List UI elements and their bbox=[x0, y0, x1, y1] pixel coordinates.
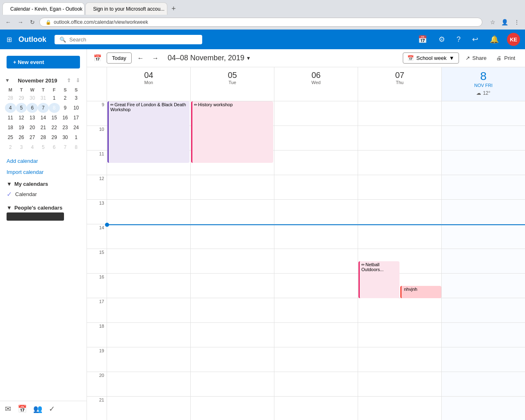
tab-1[interactable]: Calendar - Kevin, Egan - Outlook ✕ bbox=[2, 2, 84, 15]
new-tab-button[interactable]: + bbox=[168, 2, 179, 15]
day-cell-2-15[interactable] bbox=[274, 249, 358, 274]
mini-cal-day[interactable]: 17 bbox=[71, 113, 82, 123]
settings-nav-icon[interactable]: ⚙ bbox=[435, 33, 448, 46]
day-cell-3-9[interactable] bbox=[358, 101, 441, 126]
day-cell-1-15[interactable] bbox=[190, 249, 274, 274]
mini-cal-day[interactable]: 27 bbox=[27, 132, 38, 142]
user-avatar[interactable]: KE bbox=[507, 33, 520, 46]
mini-cal-day[interactable]: 5 bbox=[38, 142, 49, 152]
day-cell-0-19[interactable] bbox=[107, 347, 190, 372]
day-cell-2-10[interactable] bbox=[274, 126, 358, 151]
day-cell-0-14[interactable] bbox=[107, 224, 190, 249]
mini-cal-day[interactable]: 20 bbox=[27, 123, 38, 132]
tasks-icon[interactable]: ✓ bbox=[49, 404, 55, 413]
day-cell-0-18[interactable] bbox=[107, 323, 190, 347]
share-button[interactable]: ↗ Share bbox=[462, 53, 490, 63]
day-cell-4-19[interactable] bbox=[441, 347, 525, 372]
mini-cal-day[interactable]: 19 bbox=[16, 123, 27, 132]
mini-cal-day[interactable]: 8 bbox=[71, 142, 82, 152]
search-box[interactable]: 🔍 bbox=[55, 35, 202, 44]
day-cell-2-13[interactable] bbox=[274, 200, 358, 224]
mini-cal-day[interactable]: 7 bbox=[38, 103, 49, 113]
mini-cal-day[interactable]: 28 bbox=[38, 132, 49, 142]
mini-cal-day[interactable]: 11 bbox=[5, 113, 16, 123]
day-cell-3-10[interactable] bbox=[358, 126, 441, 151]
search-input[interactable] bbox=[69, 37, 197, 43]
day-cell-2-14[interactable] bbox=[274, 224, 358, 249]
day-cell-0-20[interactable] bbox=[107, 372, 190, 397]
day-cell-2-12[interactable] bbox=[274, 175, 358, 200]
mini-cal-day[interactable]: 24 bbox=[71, 123, 82, 132]
mini-cal-prev[interactable]: ⇧ bbox=[65, 77, 73, 84]
day-cell-4-12[interactable] bbox=[441, 175, 525, 200]
mini-cal-day[interactable]: 7 bbox=[60, 142, 71, 152]
mini-cal-day[interactable]: 3 bbox=[71, 93, 82, 103]
event-evt4[interactable]: nhvjnh bbox=[400, 286, 441, 298]
day-cell-1-13[interactable] bbox=[190, 200, 274, 224]
day-cell-2-18[interactable] bbox=[274, 323, 358, 347]
day-cell-0-16[interactable] bbox=[107, 274, 190, 298]
date-range[interactable]: 04–08 November, 2019 ▼ bbox=[168, 54, 251, 62]
mini-cal-day[interactable]: 25 bbox=[5, 132, 16, 142]
day-cell-3-19[interactable] bbox=[358, 347, 441, 372]
mini-cal-day[interactable]: 29 bbox=[49, 132, 60, 142]
mini-cal-day[interactable]: 2 bbox=[60, 93, 71, 103]
print-button[interactable]: 🖨 Print bbox=[493, 53, 518, 63]
day-cell-3-21[interactable] bbox=[358, 397, 441, 420]
next-week-button[interactable]: → bbox=[150, 53, 161, 64]
day-cell-3-20[interactable] bbox=[358, 372, 441, 397]
view-selector[interactable]: 📅 School week ▼ bbox=[403, 52, 459, 64]
mini-cal-day[interactable]: 30 bbox=[27, 93, 38, 103]
mini-cal-day[interactable]: 30 bbox=[60, 132, 71, 142]
mini-cal-day[interactable]: 1 bbox=[49, 93, 60, 103]
url-bar[interactable]: 🔒 outlook.office.com/calendar/view/workw… bbox=[39, 18, 482, 27]
event-evt1[interactable]: ✏Great Fire of London & Black Death Work… bbox=[107, 101, 189, 163]
day-cell-2-9[interactable] bbox=[274, 101, 358, 126]
mini-cal-day[interactable]: 13 bbox=[27, 113, 38, 123]
forward-button[interactable]: → bbox=[16, 18, 25, 26]
calendar-item[interactable]: ✓ Calendar bbox=[7, 189, 80, 200]
day-cell-1-18[interactable] bbox=[190, 323, 274, 347]
notification-icon[interactable]: 🔔 bbox=[486, 33, 502, 46]
day-cell-4-13[interactable] bbox=[441, 200, 525, 224]
user-icon[interactable]: 👤 bbox=[499, 18, 510, 26]
mini-cal-day[interactable]: 23 bbox=[60, 123, 71, 132]
mini-cal-next[interactable]: ⇩ bbox=[74, 77, 82, 84]
day-cell-1-17[interactable] bbox=[190, 298, 274, 323]
day-cell-4-20[interactable] bbox=[441, 372, 525, 397]
day-cell-1-12[interactable] bbox=[190, 175, 274, 200]
mini-cal-day[interactable]: 10 bbox=[71, 103, 82, 113]
mini-cal-day[interactable]: 5 bbox=[16, 103, 27, 113]
people-calendars-header[interactable]: ▼ People's calendars bbox=[7, 205, 80, 211]
mini-cal-day[interactable]: 6 bbox=[27, 103, 38, 113]
day-cell-1-19[interactable] bbox=[190, 347, 274, 372]
event-evt2[interactable]: ✏History workshop bbox=[191, 101, 273, 163]
mini-cal-day[interactable]: 26 bbox=[16, 132, 27, 142]
day-cell-3-12[interactable] bbox=[358, 175, 441, 200]
mini-cal-day[interactable]: 8 bbox=[49, 103, 60, 113]
day-cell-1-16[interactable] bbox=[190, 274, 274, 298]
mini-cal-day[interactable]: 6 bbox=[49, 142, 60, 152]
mini-cal-day[interactable]: 29 bbox=[16, 93, 27, 103]
event-evt3[interactable]: ✏Netball Outdoors... bbox=[358, 261, 399, 298]
calendar-nav-icon[interactable]: 📅 bbox=[415, 33, 430, 46]
day-cell-0-15[interactable] bbox=[107, 249, 190, 274]
day-cell-4-18[interactable] bbox=[441, 323, 525, 347]
mail-icon[interactable]: ✉ bbox=[5, 404, 11, 413]
mini-cal-day[interactable]: 18 bbox=[5, 123, 16, 132]
back-button[interactable]: ← bbox=[3, 18, 13, 26]
day-cell-3-11[interactable] bbox=[358, 151, 441, 175]
day-cell-4-14[interactable] bbox=[441, 224, 525, 249]
day-cell-1-14[interactable] bbox=[190, 224, 274, 249]
mini-cal-day[interactable]: 21 bbox=[38, 123, 49, 132]
mini-cal-day[interactable]: 1 bbox=[71, 132, 82, 142]
reply-nav-icon[interactable]: ↩ bbox=[469, 33, 482, 46]
mini-cal-day[interactable]: 16 bbox=[60, 113, 71, 123]
day-cell-0-12[interactable] bbox=[107, 175, 190, 200]
mini-cal-collapse-icon[interactable]: ▼ bbox=[5, 78, 10, 83]
mini-cal-day[interactable]: 14 bbox=[38, 113, 49, 123]
day-cell-2-11[interactable] bbox=[274, 151, 358, 175]
mini-cal-day[interactable]: 12 bbox=[16, 113, 27, 123]
day-cell-4-11[interactable] bbox=[441, 151, 525, 175]
menu-icon[interactable]: ⋮ bbox=[512, 18, 522, 26]
